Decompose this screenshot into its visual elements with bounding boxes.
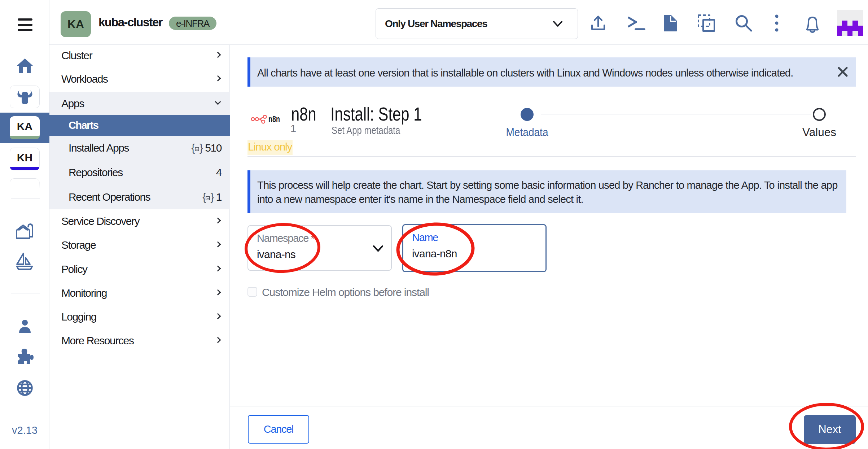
svg-text:Metadata: Metadata: [506, 126, 549, 139]
svg-text:Values: Values: [802, 126, 836, 139]
